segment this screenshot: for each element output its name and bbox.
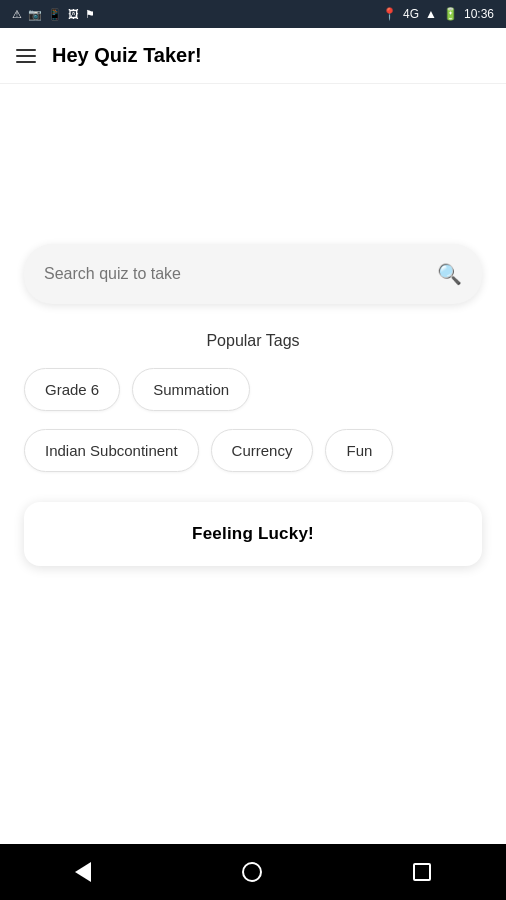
tag-currency[interactable]: Currency (211, 429, 314, 472)
status-icons-left: ⚠ 📷 📱 🖼 ⚑ (12, 8, 95, 21)
hamburger-button[interactable] (16, 49, 36, 63)
status-bar: ⚠ 📷 📱 🖼 ⚑ 📍 4G ▲ 🔋 10:36 (0, 0, 506, 28)
popular-tags-label: Popular Tags (206, 332, 299, 350)
home-button[interactable] (242, 862, 262, 882)
tags-row-2: Indian Subcontinent Currency Fun (24, 429, 482, 472)
search-icon: 🔍 (437, 262, 462, 286)
back-button[interactable] (75, 862, 91, 882)
main-content: 🔍 Popular Tags Grade 6 Summation Indian … (0, 84, 506, 844)
location-icon: 📍 (382, 7, 397, 21)
tags-row-1: Grade 6 Summation (24, 368, 482, 411)
status-bar-right: 📍 4G ▲ 🔋 10:36 (382, 7, 494, 21)
feeling-lucky-button[interactable]: Feeling Lucky! (24, 502, 482, 566)
image-icon: 🖼 (68, 8, 79, 20)
recents-button[interactable] (413, 863, 431, 881)
battery-icon: 🔋 (443, 7, 458, 21)
top-bar: Hey Quiz Taker! (0, 28, 506, 84)
time-label: 10:36 (464, 7, 494, 21)
bottom-nav-bar (0, 844, 506, 900)
hamburger-line-3 (16, 61, 36, 63)
signal-icon: ▲ (425, 7, 437, 21)
tag-summation[interactable]: Summation (132, 368, 250, 411)
notification-icon: ⚠ (12, 8, 22, 21)
alert-icon: ⚑ (85, 8, 95, 21)
recents-icon (413, 863, 431, 881)
tag-grade6[interactable]: Grade 6 (24, 368, 120, 411)
search-bar[interactable]: 🔍 (24, 244, 482, 304)
network-label: 4G (403, 7, 419, 21)
tag-indian-subcontinent[interactable]: Indian Subcontinent (24, 429, 199, 472)
home-icon (242, 862, 262, 882)
hamburger-line-2 (16, 55, 36, 57)
app-title: Hey Quiz Taker! (52, 44, 202, 67)
tag-fun[interactable]: Fun (325, 429, 393, 472)
hamburger-line-1 (16, 49, 36, 51)
search-input[interactable] (44, 265, 437, 283)
whatsapp-icon: 📱 (48, 8, 62, 21)
screenshot-icon: 📷 (28, 8, 42, 21)
back-icon (75, 862, 91, 882)
